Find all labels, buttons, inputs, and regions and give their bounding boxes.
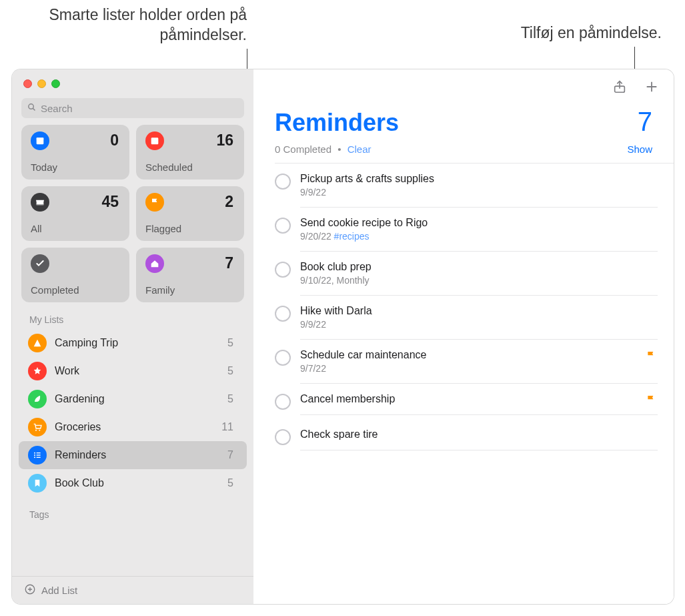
- list-item-label: Camping Trip: [55, 337, 227, 349]
- reminder-text: Book club prep: [300, 261, 658, 273]
- reminder-text: Cancel membership: [300, 393, 658, 405]
- reminder-item[interactable]: Hike with Darla 9/9/22: [275, 296, 658, 340]
- tags-header: Tags: [12, 497, 253, 524]
- list-item-gardening[interactable]: Gardening 5: [19, 385, 247, 413]
- add-list-label: Add List: [41, 585, 77, 596]
- toolbar: [253, 69, 674, 97]
- plus-icon: [644, 79, 659, 97]
- reminder-checkbox[interactable]: [275, 306, 291, 322]
- search-input[interactable]: [41, 103, 239, 114]
- reminder-text: Hike with Darla: [300, 305, 658, 317]
- clear-button[interactable]: Clear: [348, 143, 372, 155]
- reminder-checkbox[interactable]: [275, 218, 291, 234]
- list-item-label: Book Club: [55, 477, 227, 489]
- calendar-lines-icon: [145, 131, 164, 150]
- plus-circle-icon: [24, 583, 36, 597]
- smart-list-today[interactable]: 18 0 Today: [21, 125, 129, 180]
- smart-list-label: All: [31, 223, 42, 234]
- annotation-right-text: Tilføj en påmindelse.: [521, 24, 662, 41]
- reminder-tag[interactable]: #recipes: [334, 231, 370, 242]
- smart-list-completed[interactable]: Completed: [21, 248, 129, 302]
- main-panel: Reminders 7 0 Completed • Clear Show Pic…: [253, 69, 674, 604]
- fullscreen-button[interactable]: [51, 79, 60, 88]
- annotation-right: Tilføj en påmindelse.: [462, 23, 662, 43]
- reminder-meta: 9/9/22: [300, 319, 658, 330]
- list-icon: [28, 446, 47, 465]
- reminder-text: Check spare tire: [300, 428, 658, 440]
- add-reminder-button[interactable]: [642, 79, 662, 97]
- add-list-button[interactable]: Add List: [12, 576, 253, 604]
- reminder-checkbox[interactable]: [275, 262, 291, 278]
- list-item-count: 5: [227, 365, 233, 377]
- smart-list-count: 0: [110, 131, 119, 149]
- completed-text: 0 Completed: [275, 143, 331, 155]
- reminder-item[interactable]: Cancel membership: [275, 384, 658, 419]
- annotation-left-text: Smarte lister holder orden på påmindelse…: [49, 6, 247, 43]
- reminder-item[interactable]: Book club prep 9/10/22, Monthly: [275, 252, 658, 296]
- reminder-text: Pickup arts & crafts supplies: [300, 173, 658, 185]
- reminder-checkbox[interactable]: [275, 394, 291, 410]
- smart-list-label: Flagged: [145, 223, 181, 234]
- house-icon: [145, 254, 164, 273]
- sidebar: 18 0 Today 16 Scheduled 45 All 2 Flagged…: [12, 69, 253, 604]
- reminder-checkbox[interactable]: [275, 350, 291, 366]
- reminder-item[interactable]: Schedule car maintenance 9/7/22: [275, 340, 658, 384]
- smart-list-scheduled[interactable]: 16 Scheduled: [136, 125, 244, 180]
- star-icon: [28, 362, 47, 380]
- smart-list-family[interactable]: 7 Family: [136, 248, 244, 302]
- svg-rect-5: [151, 137, 159, 144]
- list-item-label: Groceries: [55, 421, 221, 433]
- list-item-label: Gardening: [55, 393, 227, 405]
- flag-icon: [646, 350, 656, 364]
- list-item-count: 11: [221, 421, 233, 433]
- list-item-count: 5: [227, 477, 233, 489]
- list-item-count: 7: [227, 449, 233, 461]
- show-button[interactable]: Show: [627, 143, 652, 155]
- list-item-book-club[interactable]: Book Club 5: [19, 469, 247, 497]
- flag-icon: [145, 193, 164, 212]
- svg-rect-3: [37, 137, 44, 139]
- list-item-count: 5: [227, 337, 233, 349]
- list-item-groceries[interactable]: Groceries 11: [19, 413, 247, 441]
- list-item-reminders[interactable]: Reminders 7: [19, 441, 247, 469]
- reminder-checkbox[interactable]: [275, 429, 291, 445]
- reminder-text: Send cookie recipe to Rigo: [300, 217, 658, 229]
- smart-list-all[interactable]: 45 All: [21, 186, 129, 241]
- smart-list-count: 45: [101, 193, 119, 211]
- smart-list-count: 16: [216, 131, 233, 149]
- share-icon: [612, 79, 627, 97]
- reminder-item[interactable]: Pickup arts & crafts supplies 9/9/22: [275, 164, 658, 208]
- minimize-button[interactable]: [37, 79, 46, 88]
- list-item-work[interactable]: Work 5: [19, 357, 247, 385]
- calendar-icon: 18: [31, 131, 49, 150]
- close-button[interactable]: [23, 79, 32, 88]
- reminder-checkbox[interactable]: [275, 174, 291, 190]
- list-item-label: Reminders: [55, 449, 227, 461]
- svg-point-11: [34, 454, 35, 456]
- svg-point-12: [34, 456, 35, 458]
- smart-list-label: Today: [31, 162, 57, 173]
- reminders-window: 18 0 Today 16 Scheduled 45 All 2 Flagged…: [11, 69, 674, 605]
- window-controls: [12, 69, 253, 88]
- annotation-left: Smarte lister holder orden på påmindelse…: [13, 5, 247, 45]
- list-count: 7: [638, 107, 652, 137]
- my-lists-header: My Lists: [12, 302, 253, 329]
- share-button[interactable]: [610, 79, 630, 97]
- svg-line-1: [33, 108, 35, 110]
- list-title: Reminders: [275, 109, 399, 137]
- tent-icon: [28, 334, 47, 352]
- svg-text:18: 18: [38, 139, 43, 143]
- smart-list-flagged[interactable]: 2 Flagged: [136, 186, 244, 241]
- svg-point-8: [35, 430, 37, 431]
- smart-list-count: 2: [225, 193, 233, 211]
- reminder-item[interactable]: Send cookie recipe to Rigo 9/20/22 #reci…: [275, 208, 658, 252]
- smart-list-label: Completed: [31, 284, 79, 296]
- reminder-item[interactable]: Check spare tire: [275, 419, 658, 454]
- reminder-meta: 9/20/22 #recipes: [300, 231, 658, 242]
- list-item-camping-trip[interactable]: Camping Trip 5: [19, 329, 247, 357]
- svg-point-10: [34, 452, 35, 454]
- list-item-label: Work: [55, 365, 227, 377]
- check-icon: [31, 254, 49, 273]
- search-field[interactable]: [21, 98, 244, 118]
- search-icon: [27, 102, 41, 114]
